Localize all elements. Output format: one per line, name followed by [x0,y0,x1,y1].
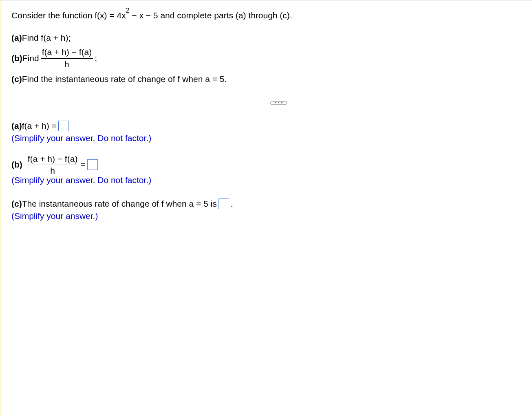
parts-list: (a) Find f(a + h); (b) Find f(a + h) − f… [11,30,524,87]
answer-b-denominator: h [49,165,56,176]
answer-a-input[interactable] [58,121,69,131]
answer-b-equals: = [80,157,85,173]
answer-c-text: The instantaneous rate of change of f wh… [22,196,217,212]
answer-b-numerator: f(a + h) − f(a) [26,154,79,165]
ellipsis-icon [275,102,283,104]
part-b-denominator: h [63,59,71,70]
part-c-label: (c) [11,71,22,87]
answer-b: (b) f(a + h) − f(a) h = (Simplify your a… [11,154,524,185]
answer-a-label: (a) [11,118,22,134]
answer-b-label: (b) [11,157,22,173]
part-c-text: Find the instantaneous rate of change of… [22,71,227,87]
answer-c-period: . [231,196,233,212]
answer-b-hint: (Simplify your answer. Do not factor.) [11,175,524,185]
question-panel: Consider the function f(x) = 4x2 − x − 5… [0,0,532,417]
part-b-numerator: f(a + h) − f(a) [41,47,93,58]
divider-line [11,103,524,103]
part-b-label: (b) [11,51,22,66]
part-a-text: Find f(a + h); [22,30,71,46]
part-a: (a) Find f(a + h); [11,30,524,46]
part-c: (c) Find the instantaneous rate of chang… [11,71,524,87]
part-b-fraction: f(a + h) − f(a) h [41,47,93,70]
part-b-before: Find [22,51,39,66]
answer-c-label: (c) [11,196,22,212]
expand-button[interactable] [270,101,287,105]
answer-c: (c) The instantaneous rate of change of … [11,196,524,221]
answer-a-hint: (Simplify your answer. Do not factor.) [11,133,524,143]
answer-c-input[interactable] [219,199,229,209]
answer-b-fraction: f(a + h) − f(a) h [26,154,79,177]
section-divider [11,99,524,107]
part-a-label: (a) [11,30,22,46]
answer-a-lhs: f(a + h) = [22,118,57,134]
intro-exponent: 2 [126,7,130,14]
answer-b-input[interactable] [87,159,98,170]
intro-prefix: Consider the function f(x) = 4x [11,11,126,20]
part-b-after: ; [95,51,97,66]
part-b: (b) Find f(a + h) − f(a) h ; [11,47,524,70]
answer-a: (a) f(a + h) = (Simplify your answer. Do… [11,118,524,143]
question-intro: Consider the function f(x) = 4x2 − x − 5… [11,8,524,23]
intro-suffix: − x − 5 and complete parts (a) through (… [130,11,292,20]
answer-c-hint: (Simplify your answer.) [11,211,524,221]
